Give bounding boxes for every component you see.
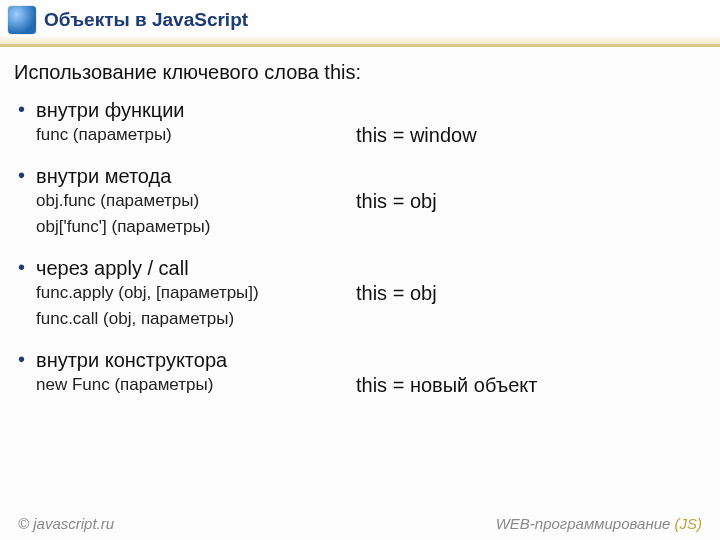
- case-heading: внутри конструктора: [36, 348, 706, 372]
- case-item: внутри методаobj.func (параметры)obj['fu…: [14, 164, 706, 240]
- case-code: func (параметры): [36, 122, 356, 148]
- footer-course: WEB-программирование (JS): [496, 515, 702, 532]
- case-heading: внутри метода: [36, 164, 706, 188]
- case-list: внутри функцииfunc (параметры)this = win…: [14, 98, 706, 398]
- case-row: new Func (параметры)this = новый объект: [36, 372, 706, 398]
- slide-title: Объекты в JavaScript: [44, 0, 720, 31]
- footer-course-accent: (JS): [675, 515, 703, 532]
- footer-copyright: © javascript.ru: [18, 515, 114, 532]
- case-result: this = obj: [356, 188, 437, 214]
- case-row: func (параметры)this = window: [36, 122, 706, 148]
- case-heading: через apply / call: [36, 256, 706, 280]
- slide-header: Объекты в JavaScript: [0, 0, 720, 47]
- case-code: obj.func (параметры)obj['func'] (парамет…: [36, 188, 356, 240]
- case-heading: внутри функции: [36, 98, 706, 122]
- slide-body: Использование ключевого слова this: внут…: [0, 47, 720, 398]
- slide-footer: © javascript.ru WEB-программирование (JS…: [0, 515, 720, 532]
- case-code-line: func.call (obj, параметры): [36, 306, 356, 332]
- case-result: this = obj: [356, 280, 437, 306]
- case-item: через apply / callfunc.apply (obj, [пара…: [14, 256, 706, 332]
- case-code-line: new Func (параметры): [36, 372, 356, 398]
- case-code: new Func (параметры): [36, 372, 356, 398]
- case-code-line: func (параметры): [36, 122, 356, 148]
- case-result: this = window: [356, 122, 477, 148]
- case-code-line: func.apply (obj, [параметры]): [36, 280, 356, 306]
- case-row: obj.func (параметры)obj['func'] (парамет…: [36, 188, 706, 240]
- case-code-line: obj.func (параметры): [36, 188, 356, 214]
- case-code: func.apply (obj, [параметры])func.call (…: [36, 280, 356, 332]
- intro-text: Использование ключевого слова this:: [14, 61, 706, 84]
- case-result: this = новый объект: [356, 372, 537, 398]
- footer-course-prefix: WEB-программирование: [496, 515, 675, 532]
- case-code-line: obj['func'] (параметры): [36, 214, 356, 240]
- case-item: внутри функцииfunc (параметры)this = win…: [14, 98, 706, 148]
- case-row: func.apply (obj, [параметры])func.call (…: [36, 280, 706, 332]
- case-item: внутри конструктораnew Func (параметры)t…: [14, 348, 706, 398]
- globe-logo-icon: [8, 6, 36, 34]
